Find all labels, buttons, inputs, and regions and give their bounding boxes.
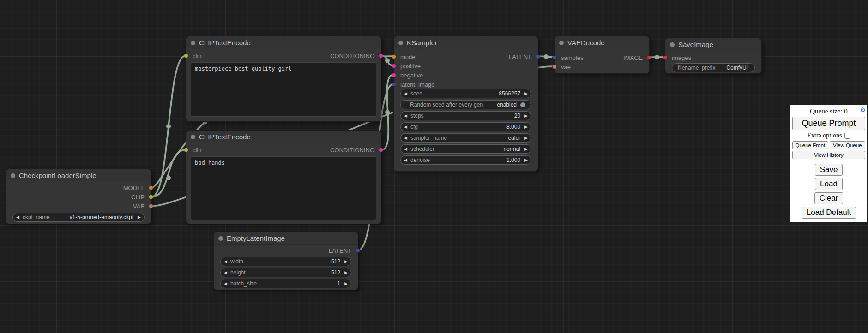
increment-arrow-icon[interactable]: ▶	[521, 111, 531, 120]
output-label-conditioning: CONDITIONING	[330, 147, 381, 154]
node-title-bar[interactable]: CLIPTextEncode	[186, 36, 381, 49]
output-slot-vae[interactable]	[149, 204, 153, 208]
ckpt-name-widget[interactable]: ◀ ckpt_name v1-5-pruned-emaonly.ckpt ▶	[12, 213, 145, 222]
link-center-dot	[166, 124, 171, 129]
collapse-dot[interactable]	[11, 173, 15, 178]
increment-arrow-icon[interactable]: ▶	[521, 144, 531, 154]
node-clip-text-encode-negative[interactable]: CLIPTextEncode clip CONDITIONING bad han…	[186, 130, 381, 224]
node-title-bar[interactable]: EmptyLatentImage	[214, 232, 358, 245]
collapse-dot[interactable]	[670, 42, 675, 47]
random-seed-toggle-widget[interactable]: Random seed after every gen enabled	[400, 100, 531, 109]
view-history-button[interactable]: View History	[792, 151, 865, 159]
output-slot-conditioning[interactable]	[379, 54, 383, 58]
queue-front-button[interactable]: Queue Front	[792, 141, 828, 149]
input-slot-clip[interactable]	[184, 148, 188, 152]
slot-row: negative	[394, 71, 538, 80]
input-slot-images[interactable]	[663, 55, 668, 60]
decrement-arrow-icon[interactable]: ◀	[221, 257, 230, 266]
toggle-on-indicator[interactable]	[520, 102, 525, 107]
input-slot-clip[interactable]	[184, 54, 188, 58]
decrement-arrow-icon[interactable]: ◀	[221, 279, 230, 288]
node-save-image[interactable]: SaveImage images filename_prefix ComfyUI	[665, 38, 762, 74]
settings-gear-icon[interactable]: ⚙	[860, 107, 866, 113]
output-slot-image[interactable]	[647, 55, 651, 60]
input-label-clip: clip	[186, 53, 202, 59]
increment-arrow-icon[interactable]: ▶	[521, 133, 531, 143]
collapse-dot[interactable]	[191, 41, 195, 45]
decrement-arrow-icon[interactable]: ◀	[401, 144, 410, 154]
output-slot-clip[interactable]	[149, 195, 153, 199]
sampler-name-widget[interactable]: ◀ sampler_name euler ▶	[400, 133, 531, 143]
steps-widget[interactable]: ◀ steps 20 ▶	[400, 111, 531, 120]
increment-arrow-icon[interactable]: ▶	[521, 155, 531, 165]
batch-size-widget[interactable]: ◀ batch_size 1 ▶	[220, 279, 351, 288]
scheduler-widget[interactable]: ◀ scheduler normal ▶	[400, 144, 531, 154]
output-row-latent: LATENT	[214, 246, 358, 255]
node-title-bar[interactable]: CLIPTextEncode	[186, 131, 381, 143]
widget-value: 1	[337, 280, 341, 287]
extra-options-checkbox[interactable]	[844, 133, 850, 139]
link-center-dot	[655, 55, 659, 59]
input-slot-model[interactable]	[392, 54, 396, 59]
input-slot-latent-image[interactable]	[392, 82, 396, 87]
widget-value: 8.000	[506, 124, 521, 130]
positive-prompt-textarea[interactable]: masterpiece best quality girl	[191, 62, 376, 117]
decrement-arrow-icon[interactable]: ◀	[401, 111, 410, 120]
input-label-latent-image: latent_image	[394, 81, 434, 88]
load-button[interactable]: Load	[815, 178, 843, 190]
node-title-bar[interactable]: VAEDecode	[555, 36, 649, 49]
input-slot-vae[interactable]	[552, 65, 557, 69]
clear-button[interactable]: Clear	[814, 192, 844, 204]
queue-prompt-button[interactable]: Queue Prompt	[792, 117, 865, 130]
output-label-image: IMAGE	[623, 54, 649, 61]
width-widget[interactable]: ◀ width 512 ▶	[220, 257, 351, 266]
increment-arrow-icon[interactable]: ▶	[341, 268, 351, 277]
input-slot-positive[interactable]	[392, 64, 396, 68]
increment-arrow-icon[interactable]: ▶	[521, 89, 531, 98]
node-checkpoint-loader[interactable]: CheckpointLoaderSimple MODEL CLIP VAE ◀ …	[6, 169, 151, 224]
output-slot-conditioning[interactable]	[379, 148, 383, 152]
load-default-button[interactable]: Load Default	[802, 207, 856, 219]
node-ksampler[interactable]: KSampler model LATENT positive negative …	[393, 36, 538, 172]
input-slot-samples[interactable]	[552, 55, 557, 60]
height-widget[interactable]: ◀ height 512 ▶	[220, 268, 351, 277]
decrement-arrow-icon[interactable]: ◀	[401, 122, 410, 131]
decrement-arrow-icon[interactable]: ◀	[13, 213, 23, 222]
collapse-dot[interactable]	[218, 236, 223, 241]
node-title-bar[interactable]: CheckpointLoaderSimple	[6, 169, 151, 182]
view-queue-button[interactable]: View Queue	[830, 141, 866, 149]
seed-widget[interactable]: ◀ seed 8566257 ▶	[400, 89, 531, 98]
widget-value: 1.000	[506, 157, 521, 163]
denoise-widget[interactable]: ◀ denoise 1.000 ▶	[400, 155, 531, 165]
collapse-dot[interactable]	[398, 41, 403, 45]
output-slot-model[interactable]	[149, 185, 153, 190]
node-empty-latent-image[interactable]: EmptyLatentImage LATENT ◀ width 512 ▶ ◀ …	[213, 232, 358, 290]
increment-arrow-icon[interactable]: ▶	[521, 122, 531, 131]
node-vae-decode[interactable]: VAEDecode samples IMAGE vae	[554, 36, 650, 74]
output-slot-latent[interactable]	[536, 54, 540, 59]
input-label-negative: negative	[394, 72, 423, 79]
decrement-arrow-icon[interactable]: ◀	[221, 268, 230, 277]
collapse-dot[interactable]	[191, 135, 195, 139]
increment-arrow-icon[interactable]: ▶	[341, 279, 351, 288]
negative-prompt-textarea[interactable]: bad hands	[191, 156, 376, 220]
input-slot-negative[interactable]	[392, 73, 396, 77]
output-label-clip: CLIP	[131, 194, 151, 201]
node-title-bar[interactable]: SaveImage	[665, 38, 761, 51]
widget-value: normal	[503, 146, 521, 152]
filename-prefix-widget[interactable]: filename_prefix ComfyUI	[672, 63, 755, 72]
widget-name: ckpt_name	[23, 214, 50, 220]
node-title-bar[interactable]: KSampler	[394, 36, 538, 49]
decrement-arrow-icon[interactable]: ◀	[401, 155, 410, 165]
node-clip-text-encode-positive[interactable]: CLIPTextEncode clip CONDITIONING masterp…	[186, 36, 381, 122]
node-title: EmptyLatentImage	[227, 234, 285, 242]
output-slot-latent[interactable]	[356, 248, 360, 253]
collapse-dot[interactable]	[559, 41, 564, 45]
increment-arrow-icon[interactable]: ▶	[134, 213, 144, 222]
cfg-widget[interactable]: ◀ cfg 8.000 ▶	[400, 122, 531, 131]
decrement-arrow-icon[interactable]: ◀	[401, 89, 410, 98]
output-row-clip: CLIP	[6, 192, 151, 202]
save-button[interactable]: Save	[815, 164, 843, 176]
decrement-arrow-icon[interactable]: ◀	[401, 133, 410, 143]
increment-arrow-icon[interactable]: ▶	[341, 257, 351, 266]
